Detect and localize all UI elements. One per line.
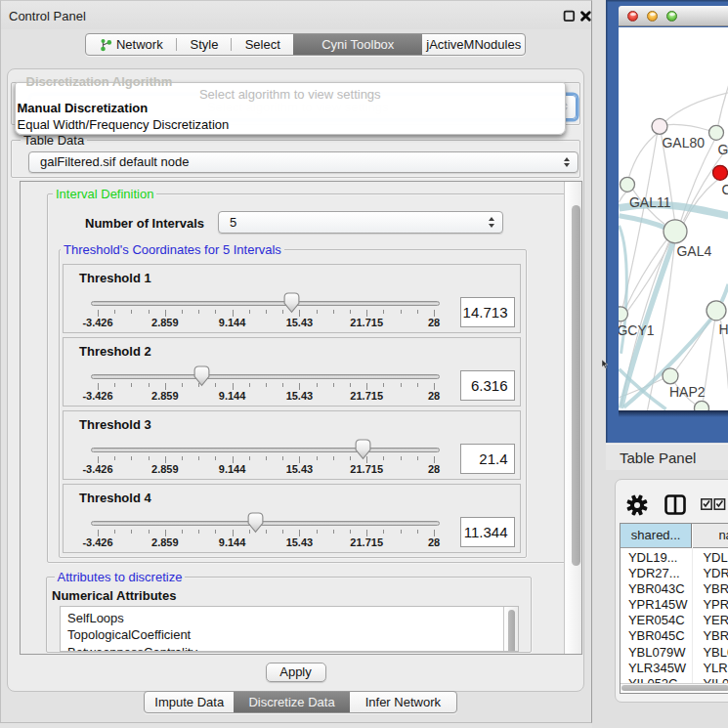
network-node[interactable] xyxy=(694,401,708,410)
threshold-slider-track[interactable] xyxy=(91,374,440,379)
table-cell-name[interactable]: YBR043C xyxy=(703,581,728,596)
close-traffic-light[interactable] xyxy=(627,11,638,21)
threshold-slider-thumb[interactable] xyxy=(282,292,301,314)
popup-item-manual-discretization[interactable]: Manual Discretization xyxy=(18,101,564,115)
table-cell-shared-name[interactable]: YBR043C xyxy=(628,581,685,596)
threshold-slider-track[interactable] xyxy=(91,521,440,526)
number-of-intervals-combobox[interactable]: 5 xyxy=(218,211,503,234)
network-node[interactable] xyxy=(652,118,667,134)
table-cell-name[interactable]: YPR145W xyxy=(703,597,728,612)
threshold-slider-track[interactable] xyxy=(91,301,440,306)
tab-discretize-data[interactable]: Discretize Data xyxy=(234,692,349,712)
checkboxes-icon[interactable] xyxy=(701,498,726,510)
attribute-list-item[interactable]: BetweennessCentrality xyxy=(67,645,197,652)
threshold-slider-track[interactable] xyxy=(91,448,440,452)
minimize-traffic-light[interactable] xyxy=(647,11,658,21)
float-window-icon[interactable] xyxy=(563,10,576,22)
close-icon[interactable] xyxy=(579,10,592,22)
table-cell-shared-name[interactable]: YLR345W xyxy=(628,661,686,675)
tab-style[interactable]: Style xyxy=(177,34,233,55)
popup-item-equal-width-frequency-discretization[interactable]: Equal Width/Frequency Discretization xyxy=(18,117,564,132)
tab-jactivemnodules[interactable]: jActiveMNodules xyxy=(422,34,525,55)
network-node[interactable] xyxy=(707,301,726,321)
slider-tick xyxy=(401,383,402,388)
settings-scrollbar[interactable] xyxy=(564,182,581,654)
node-table: shared... name YDL19...YDL194WYDR27...YD… xyxy=(620,523,728,695)
network-node[interactable] xyxy=(620,177,634,192)
network-edge-highlighted[interactable] xyxy=(721,284,728,302)
mouse-cursor xyxy=(601,360,609,369)
network-node[interactable] xyxy=(708,125,723,140)
network-edge[interactable] xyxy=(717,86,728,127)
network-node[interactable] xyxy=(663,368,678,384)
threshold-label: Threshold 2 xyxy=(79,344,151,359)
table-cell-name[interactable]: YBL079W xyxy=(703,645,728,660)
slider-tick-label: 15.43 xyxy=(286,390,314,402)
attribute-list-item[interactable]: SelfLoops xyxy=(67,611,124,625)
tab-impute-data[interactable]: Impute Data xyxy=(145,692,234,712)
settings-scrollbar-thumb[interactable] xyxy=(572,205,580,567)
network-node[interactable] xyxy=(619,307,628,321)
slider-tick xyxy=(182,383,183,388)
network-node-label: GA xyxy=(717,142,728,157)
table-horizontal-scrollbar-thumb[interactable] xyxy=(621,685,728,692)
table-cell-shared-name[interactable]: YDR27... xyxy=(628,566,680,580)
network-node[interactable] xyxy=(664,220,687,243)
table-cell-name[interactable]: YDL194W xyxy=(703,550,728,565)
slider-tick xyxy=(333,456,334,461)
column-header-name[interactable]: name xyxy=(693,524,728,549)
table-cell-shared-name[interactable]: YER054C xyxy=(628,613,685,627)
tab-infer-network[interactable]: Infer Network xyxy=(350,692,456,712)
attribute-list-item[interactable]: TopologicalCoefficient xyxy=(67,627,191,642)
screen: Control Panel NetworkStyleSelectCyni Too… xyxy=(0,0,728,728)
column-header-shared-name[interactable]: shared... xyxy=(621,524,693,549)
table-horizontal-scrollbar[interactable] xyxy=(621,683,728,692)
slider-tick xyxy=(417,383,418,388)
slider-tick xyxy=(215,456,216,461)
network-edge[interactable] xyxy=(627,241,670,311)
table-cell-shared-name[interactable]: YBR045C xyxy=(628,628,685,643)
threshold-slider-thumb[interactable] xyxy=(246,512,265,534)
table-cell-name[interactable]: YBR045C xyxy=(703,628,728,643)
table-cell-name[interactable]: YER054C xyxy=(703,613,728,627)
table-cell-shared-name[interactable]: YPR145W xyxy=(628,597,688,612)
network-edge[interactable] xyxy=(664,93,728,122)
table-cell-shared-name[interactable]: YBL079W xyxy=(628,645,686,660)
attributes-list-scrollbar[interactable] xyxy=(503,607,518,651)
table-cell-shared-name[interactable]: YDL19... xyxy=(628,550,678,565)
table-panel-titlebar: Table Panel xyxy=(606,444,728,471)
gear-icon[interactable] xyxy=(626,494,648,516)
threshold-value-field[interactable]: 14.713 xyxy=(460,297,515,328)
attributes-list-scrollbar-thumb[interactable] xyxy=(508,610,516,652)
threshold-value-field[interactable]: 21.4 xyxy=(460,444,515,475)
network-edge[interactable] xyxy=(683,180,717,224)
slider-tick-label: 2.859 xyxy=(151,317,179,328)
threshold-value-field[interactable]: 6.316 xyxy=(460,370,515,402)
slider-tick xyxy=(282,456,283,461)
network-node[interactable] xyxy=(712,165,727,180)
threshold-panel-1: Threshold 1-3.4262.8599.14415.4321.71528… xyxy=(63,264,521,333)
tab-select[interactable]: Select xyxy=(232,34,293,55)
threshold-value-field[interactable]: 11.344 xyxy=(460,517,515,548)
network-edge[interactable] xyxy=(665,125,709,131)
table-cell-name[interactable]: YLR345W xyxy=(703,661,728,675)
tab-cyni-toolbox[interactable]: Cyni Toolbox xyxy=(293,34,422,55)
network-canvas[interactable]: GAL80GACGAL11GAL4GCY1HHAP2 xyxy=(619,27,728,410)
bottom-tabbar: Impute DataDiscretize DataInfer Network xyxy=(144,691,457,713)
tab-network[interactable]: Network xyxy=(86,34,177,55)
columns-icon[interactable] xyxy=(664,494,686,515)
table-data-combobox[interactable]: galFiltered.sif default node xyxy=(28,151,578,174)
network-edge-highlighted[interactable] xyxy=(619,216,666,229)
slider-tick xyxy=(282,383,283,388)
top-tabbar: NetworkStyleSelectCyni ToolboxjActiveMNo… xyxy=(85,33,526,56)
network-edge[interactable] xyxy=(619,192,626,202)
combo-arrows-icon xyxy=(481,217,502,228)
numerical-attributes-list[interactable]: SelfLoopsTopologicalCoefficientBetweenne… xyxy=(60,606,519,652)
apply-button[interactable]: Apply xyxy=(266,663,326,683)
threshold-slider-thumb[interactable] xyxy=(354,439,372,460)
threshold-slider-thumb[interactable] xyxy=(193,365,211,387)
slider-tick xyxy=(114,530,115,535)
zoom-traffic-light[interactable] xyxy=(666,11,677,21)
table-cell-name[interactable]: YDR277C xyxy=(703,566,728,580)
slider-tick-label: 28 xyxy=(428,536,440,548)
